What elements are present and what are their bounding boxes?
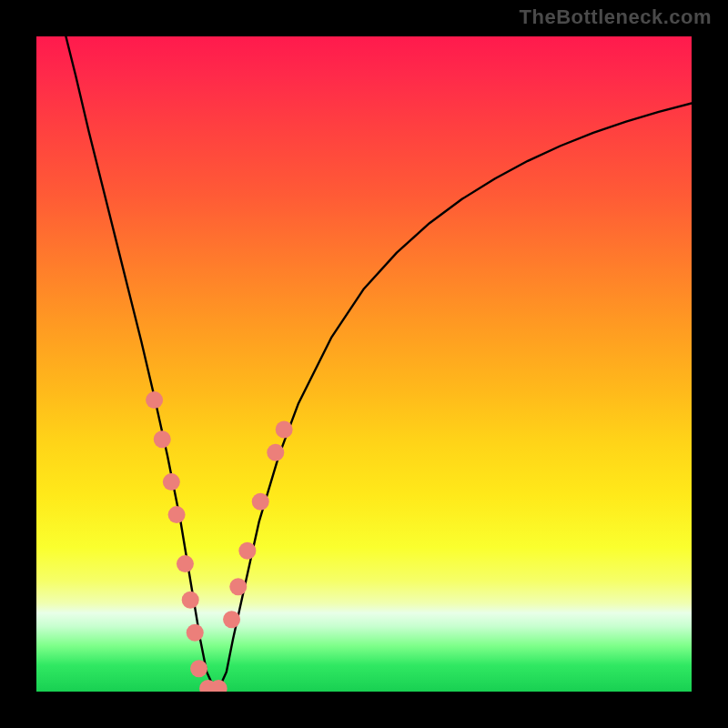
marker-dot — [190, 660, 207, 677]
plot-area — [36, 36, 692, 692]
marker-dot — [163, 473, 180, 490]
chart-frame: TheBottleneck.com — [0, 0, 728, 728]
marker-dot — [177, 555, 194, 572]
watermark-text: TheBottleneck.com — [520, 5, 712, 29]
marker-dot — [252, 493, 269, 511]
marker-dot — [210, 680, 228, 692]
marker-dot — [238, 542, 256, 560]
marker-dot — [187, 624, 204, 642]
marker-dot — [267, 444, 284, 461]
marker-group — [146, 391, 293, 692]
marker-dot — [154, 430, 171, 448]
bottleneck-curve-path — [66, 36, 692, 686]
marker-dot — [199, 680, 217, 692]
marker-dot — [223, 611, 240, 628]
marker-dot — [182, 592, 199, 609]
marker-dot — [168, 506, 186, 523]
marker-dot — [146, 391, 163, 409]
marker-dot — [276, 421, 293, 439]
marker-dot — [229, 578, 247, 595]
curve-svg — [36, 36, 692, 692]
